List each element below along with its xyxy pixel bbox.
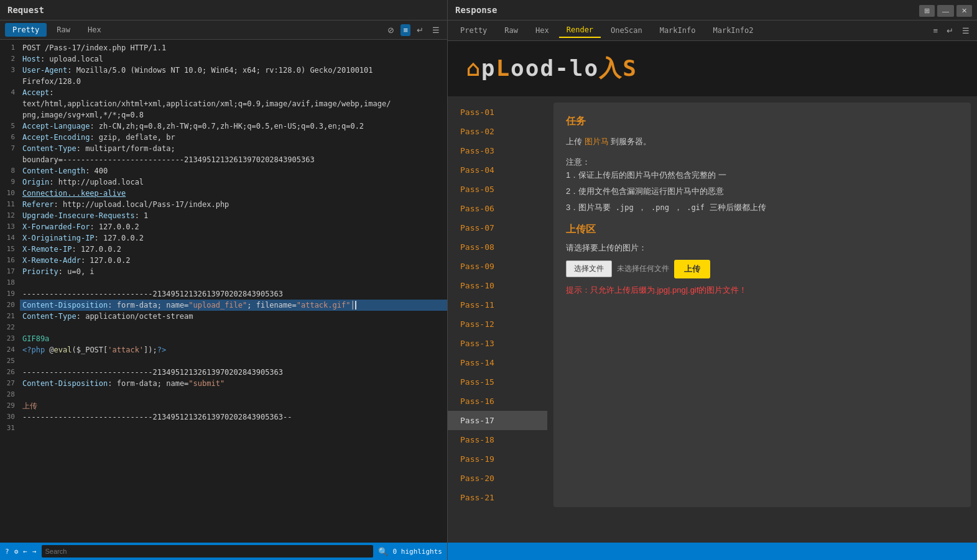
code-line-28: 28 xyxy=(0,389,447,400)
warning-message: 提示：只允许上传后缀为.jpg|.png|.gif的图片文件！ xyxy=(566,285,958,296)
upload-prompt: 请选择要上传的图片： xyxy=(566,242,958,254)
grid-view-button[interactable]: ⊞ xyxy=(919,5,935,17)
close-button[interactable]: ✕ xyxy=(956,5,972,17)
upload-section-title: 上传区 xyxy=(566,223,958,236)
settings-icon[interactable]: ⚙ xyxy=(14,548,19,556)
tab-hex-request[interactable]: Hex xyxy=(80,23,109,37)
notes-label: 注意： xyxy=(566,155,958,169)
request-title: Request xyxy=(0,0,447,21)
pass-13[interactable]: Pass-13 xyxy=(448,334,547,353)
upload-submit-button[interactable]: 上传 xyxy=(674,260,710,278)
code-line-7: 7 Content-Type: multipart/form-data; xyxy=(0,143,447,154)
response-menu-btn[interactable]: ☰ xyxy=(960,25,972,37)
tab-markinfo2-response[interactable]: MarkInfo2 xyxy=(705,24,761,37)
question-icon[interactable]: ? xyxy=(5,548,9,556)
code-line-19: 19 -----------------------------21349512… xyxy=(0,288,447,300)
request-code-area: 1 POST /Pass-17/index.php HTTP/1.1 2 Hos… xyxy=(0,40,447,543)
pass-15[interactable]: Pass-15 xyxy=(448,372,547,392)
menu-button[interactable]: ☰ xyxy=(430,24,442,36)
note-1: 1．保证上传后的图片马中仍然包含完整的 一 xyxy=(566,170,958,181)
pass-19[interactable]: Pass-19 xyxy=(448,449,547,469)
response-format-btn[interactable]: ≡ xyxy=(930,25,940,37)
format-button[interactable]: ≡ xyxy=(401,24,410,36)
pass-11[interactable]: Pass-11 xyxy=(448,295,547,314)
search-button[interactable]: 🔍 xyxy=(378,547,388,556)
tab-raw-response[interactable]: Raw xyxy=(497,24,526,37)
code-line-16: 16 X-Remote-Addr: 127.0.0.2 xyxy=(0,255,447,266)
file-upload-row: 选择文件 未选择任何文件 上传 xyxy=(566,260,958,278)
pass-14[interactable]: Pass-14 xyxy=(448,353,547,372)
request-tab-bar: Pretty Raw Hex ⊘ ≡ ↵ ☰ xyxy=(0,21,447,40)
response-tab-bar: Pretty Raw Hex Render OneScan MarkInfo M… xyxy=(448,21,977,41)
code-line-1: 1 POST /Pass-17/index.php HTTP/1.1 xyxy=(0,42,447,53)
pass-16[interactable]: Pass-16 xyxy=(448,392,547,411)
pass-05[interactable]: Pass-05 xyxy=(448,180,547,199)
upload-header: ⌂pLood-lo入S xyxy=(448,41,977,96)
code-line-9: 9 Origin: http://upload.local xyxy=(0,177,447,188)
code-line-7b: boundary=---------------------------2134… xyxy=(0,154,447,165)
wrap-button[interactable]: ↵ xyxy=(414,24,426,36)
code-line-3b: Firefox/128.0 xyxy=(0,76,447,87)
code-line-14: 14 X-Originating-IP: 127.0.0.2 xyxy=(0,232,447,244)
minimize-button[interactable]: — xyxy=(937,5,954,17)
task-content-area: 任务 上传 图片马 到服务器。 注意： 1．保证上传后的图片马中仍然包含完整的 … xyxy=(553,103,971,507)
pass-03[interactable]: Pass-03 xyxy=(448,141,547,160)
code-line-29: 29 上传 xyxy=(0,400,447,411)
tab-markinfo1-response[interactable]: MarkInfo xyxy=(652,24,703,37)
tab-pretty-request[interactable]: Pretty xyxy=(5,23,47,37)
render-area: ⌂pLood-lo入S Pass-01 Pass-02 Pass-03 Pass… xyxy=(448,41,977,543)
code-line-13: 13 X-Forwarded-For: 127.0.0.2 xyxy=(0,221,447,232)
pass-04[interactable]: Pass-04 xyxy=(448,160,547,180)
code-line-21: 21 Content-Type: application/octet-strea… xyxy=(0,311,447,322)
code-line-2: 2 Host: upload.local xyxy=(0,53,447,65)
choose-file-button[interactable]: 选择文件 xyxy=(566,260,612,277)
code-line-8: 8 Content-Length: 400 xyxy=(0,165,447,177)
response-title: Response xyxy=(448,0,977,21)
pass-10[interactable]: Pass-10 xyxy=(448,276,547,295)
code-line-22: 22 xyxy=(0,322,447,333)
pass-01[interactable]: Pass-01 xyxy=(448,103,547,122)
code-line-15: 15 X-Remote-IP: 127.0.0.2 xyxy=(0,244,447,255)
ext-png: .png xyxy=(649,203,672,213)
tab-raw-request[interactable]: Raw xyxy=(49,23,78,37)
search-input[interactable] xyxy=(42,545,373,558)
pass-21[interactable]: Pass-21 xyxy=(448,488,547,507)
request-bottom-bar: ? ⚙ ← → 🔍 0 highlights xyxy=(0,543,447,560)
code-line-26: 26 -----------------------------21349512… xyxy=(0,367,447,378)
ext-jpg: .jpg xyxy=(613,203,636,213)
response-bottom-bar xyxy=(448,543,977,560)
pass-17[interactable]: Pass-17 xyxy=(448,411,547,430)
pass-07[interactable]: Pass-07 xyxy=(448,218,547,237)
pass-18[interactable]: Pass-18 xyxy=(448,430,547,449)
highlights-count: 0 highlights xyxy=(393,548,442,556)
response-wrap-btn[interactable]: ↵ xyxy=(944,25,956,37)
code-line-4b: text/html,application/xhtml+xml,applicat… xyxy=(0,98,447,109)
window-controls: ⊞ — ✕ xyxy=(919,5,972,17)
note-3: 3．图片马要 .jpg ， .png ， .gif 三种后缀都上传 xyxy=(566,202,958,213)
request-tab-actions: ⊘ ≡ ↵ ☰ xyxy=(385,24,442,36)
forward-icon[interactable]: → xyxy=(32,548,37,556)
pass-12[interactable]: Pass-12 xyxy=(448,314,547,334)
note-2: 2．使用文件包含漏洞能运行图片马中的恶意 xyxy=(566,186,958,197)
tab-pretty-response[interactable]: Pretty xyxy=(453,24,494,37)
code-line-3: 3 User-Agent: Mozilla/5.0 (Windows NT 10… xyxy=(0,65,447,76)
pass-09[interactable]: Pass-09 xyxy=(448,257,547,276)
code-line-5: 5 Accept-Language: zh-CN,zh;q=0.8,zh-TW;… xyxy=(0,121,447,132)
no-file-label: 未选择任何文件 xyxy=(617,264,669,274)
pass-20[interactable]: Pass-20 xyxy=(448,469,547,488)
eye-off-button[interactable]: ⊘ xyxy=(385,24,397,36)
tab-onescan-response[interactable]: OneScan xyxy=(603,24,650,37)
code-line-4c: png,image/svg+xml,*/*;q=0.8 xyxy=(0,109,447,121)
pass-08[interactable]: Pass-08 xyxy=(448,237,547,257)
pass-navigation: Pass-01 Pass-02 Pass-03 Pass-04 Pass-05 … xyxy=(448,96,547,513)
code-line-10: 10 Connection...keep-alive xyxy=(0,188,447,199)
code-line-18: 18 xyxy=(0,277,447,288)
code-line-27: 27 Content-Disposition: form-data; name=… xyxy=(0,378,447,389)
tab-hex-response[interactable]: Hex xyxy=(528,24,557,37)
response-tab-actions: ≡ ↵ ☰ xyxy=(930,25,972,37)
tab-render-response[interactable]: Render xyxy=(559,23,601,38)
back-icon[interactable]: ← xyxy=(23,548,27,556)
ext-gif: .gif xyxy=(684,203,707,213)
pass-02[interactable]: Pass-02 xyxy=(448,122,547,141)
pass-06[interactable]: Pass-06 xyxy=(448,199,547,218)
